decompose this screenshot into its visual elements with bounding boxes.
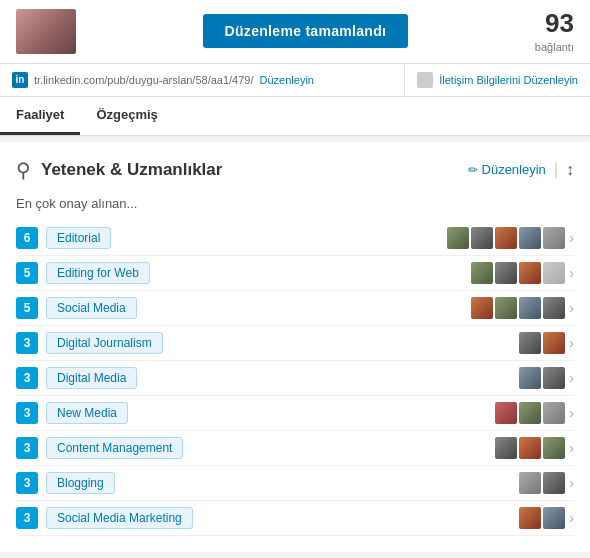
skill-right: › xyxy=(519,332,574,354)
skill-row: 3Social Media Marketing› xyxy=(16,501,574,536)
skill-count: 5 xyxy=(16,297,38,319)
skill-row: 3Digital Journalism› xyxy=(16,326,574,361)
endorser-avatars xyxy=(471,262,565,284)
url-bar: in tr.linkedin.com/pub/duygu-arslan/58/a… xyxy=(0,64,590,97)
endorser-avatar xyxy=(519,367,541,389)
skill-count: 6 xyxy=(16,227,38,249)
pencil-icon: ✏ xyxy=(468,163,478,177)
skill-right: › xyxy=(471,297,574,319)
connections-label: bağlantı xyxy=(535,41,574,53)
endorser-avatar xyxy=(519,297,541,319)
endorser-avatars xyxy=(471,297,565,319)
endorser-avatars xyxy=(495,437,565,459)
endorser-avatar xyxy=(519,227,541,249)
skills-edit-label: Düzenleyin xyxy=(482,162,546,177)
skill-tag[interactable]: Content Management xyxy=(46,437,183,459)
skills-icon: ⚲ xyxy=(16,158,31,182)
endorser-avatar xyxy=(495,297,517,319)
skills-edit-link[interactable]: ✏ Düzenleyin xyxy=(468,162,546,177)
skill-right: › xyxy=(495,437,574,459)
endorser-avatars xyxy=(519,367,565,389)
skill-left: 3Blogging xyxy=(16,472,115,494)
endorser-avatar xyxy=(495,262,517,284)
skill-tag[interactable]: Digital Journalism xyxy=(46,332,163,354)
url-edit-link[interactable]: Düzenleyin xyxy=(260,74,314,86)
skill-left: 3Digital Media xyxy=(16,367,137,389)
skill-count: 3 xyxy=(16,472,38,494)
skill-count: 3 xyxy=(16,437,38,459)
tab-faaliyet[interactable]: Faaliyet xyxy=(0,97,80,135)
skill-tag[interactable]: Blogging xyxy=(46,472,115,494)
endorser-avatar xyxy=(543,402,565,424)
profile-url-text: tr.linkedin.com/pub/duygu-arslan/58/aa1/… xyxy=(34,74,254,86)
linkedin-icon: in xyxy=(12,72,28,88)
connections-count: 93 bağlantı xyxy=(535,8,574,55)
endorser-avatar xyxy=(471,297,493,319)
skill-tag[interactable]: Social Media xyxy=(46,297,137,319)
endorser-avatar xyxy=(543,472,565,494)
endorser-avatars xyxy=(447,227,565,249)
endorser-avatars xyxy=(519,332,565,354)
skill-right: › xyxy=(471,262,574,284)
endorser-avatar xyxy=(495,227,517,249)
skill-row: 6Editorial› xyxy=(16,221,574,256)
skill-expand-arrow[interactable]: › xyxy=(569,475,574,491)
skill-tag[interactable]: Editing for Web xyxy=(46,262,150,284)
endorsements-label: En çok onay alınan... xyxy=(16,196,574,211)
contact-edit-link[interactable]: İletişim Bilgilerini Düzenleyin xyxy=(439,74,578,86)
skill-expand-arrow[interactable]: › xyxy=(569,300,574,316)
skill-expand-arrow[interactable]: › xyxy=(569,370,574,386)
edit-done-button[interactable]: Düzenleme tamamlandı xyxy=(203,14,409,48)
endorser-avatar xyxy=(543,367,565,389)
endorser-avatar xyxy=(471,227,493,249)
divider: | xyxy=(554,161,558,179)
skill-count: 3 xyxy=(16,402,38,424)
skill-expand-arrow[interactable]: › xyxy=(569,335,574,351)
contact-edit-section: İletişim Bilgilerini Düzenleyin xyxy=(404,64,590,96)
skill-left: 5Editing for Web xyxy=(16,262,150,284)
section-actions: ✏ Düzenleyin | ↕ xyxy=(468,161,574,179)
endorser-avatars xyxy=(495,402,565,424)
skill-left: 3Digital Journalism xyxy=(16,332,163,354)
skill-right: › xyxy=(495,402,574,424)
skill-row: 3Blogging› xyxy=(16,466,574,501)
skill-tag[interactable]: Digital Media xyxy=(46,367,137,389)
skill-row: 5Social Media› xyxy=(16,291,574,326)
top-header: Düzenleme tamamlandı 93 bağlantı xyxy=(0,0,590,64)
skill-left: 6Editorial xyxy=(16,227,111,249)
linkedin-url-section: in tr.linkedin.com/pub/duygu-arslan/58/a… xyxy=(0,64,404,96)
skill-row: 3Digital Media› xyxy=(16,361,574,396)
skill-left: 3New Media xyxy=(16,402,128,424)
sort-icon[interactable]: ↕ xyxy=(566,161,574,179)
endorser-avatar xyxy=(543,262,565,284)
skill-count: 3 xyxy=(16,507,38,529)
endorser-avatars xyxy=(519,472,565,494)
skill-tag[interactable]: Social Media Marketing xyxy=(46,507,193,529)
endorser-avatar xyxy=(495,437,517,459)
endorser-avatar xyxy=(519,262,541,284)
skill-expand-arrow[interactable]: › xyxy=(569,510,574,526)
section-title-group: ⚲ Yetenek & Uzmanlıklar xyxy=(16,158,222,182)
skill-tag[interactable]: Editorial xyxy=(46,227,111,249)
skill-expand-arrow[interactable]: › xyxy=(569,405,574,421)
endorser-avatar xyxy=(447,227,469,249)
endorser-avatar xyxy=(543,437,565,459)
endorser-avatar xyxy=(471,262,493,284)
skill-count: 3 xyxy=(16,332,38,354)
skill-expand-arrow[interactable]: › xyxy=(569,230,574,246)
endorser-avatar xyxy=(519,472,541,494)
skill-right: › xyxy=(519,472,574,494)
section-title: Yetenek & Uzmanlıklar xyxy=(41,160,222,180)
tabs-bar: Faaliyet Özgeçmiş xyxy=(0,97,590,136)
main-content: ⚲ Yetenek & Uzmanlıklar ✏ Düzenleyin | ↕… xyxy=(0,142,590,552)
endorser-avatar xyxy=(543,297,565,319)
skill-count: 5 xyxy=(16,262,38,284)
endorser-avatar xyxy=(543,227,565,249)
skill-tag[interactable]: New Media xyxy=(46,402,128,424)
skill-expand-arrow[interactable]: › xyxy=(569,265,574,281)
skill-expand-arrow[interactable]: › xyxy=(569,440,574,456)
skill-row: 3New Media› xyxy=(16,396,574,431)
endorser-avatar xyxy=(495,402,517,424)
tab-ozgecmis[interactable]: Özgeçmiş xyxy=(80,97,173,135)
skill-left: 3Social Media Marketing xyxy=(16,507,193,529)
